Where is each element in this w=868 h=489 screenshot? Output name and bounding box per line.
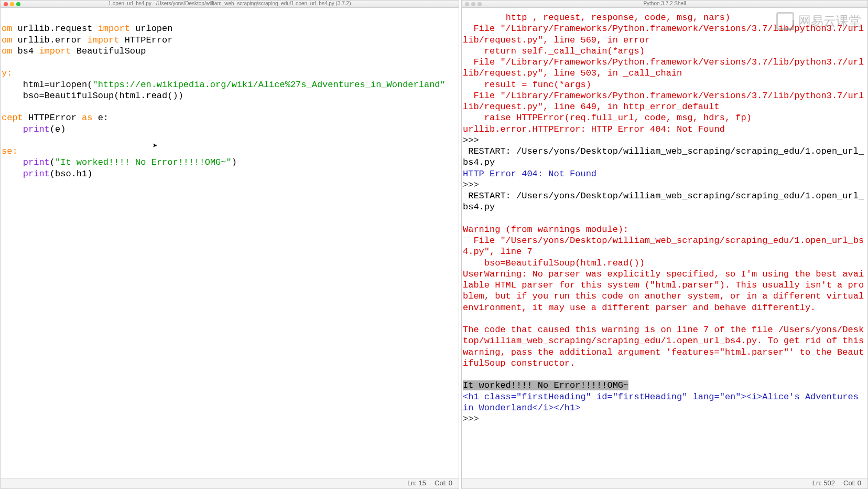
code-text: om (2, 24, 18, 34)
shell-titlebar[interactable]: Python 3.7.2 Shell (462, 1, 867, 8)
minimize-icon[interactable] (10, 2, 14, 6)
minimize-icon[interactable] (471, 2, 475, 6)
close-icon[interactable] (465, 2, 469, 6)
shell-content[interactable]: http , request, response, code, msg, nar… (462, 8, 867, 478)
traceback-line: return self._call_chain(*args) (463, 46, 645, 56)
restart-line: RESTART: /Users/yons/Desktop/william_web… (463, 146, 864, 167)
editor-titlebar[interactable]: 1.open_url_bs4.py - /Users/yons/Desktop/… (1, 1, 459, 8)
maximize-icon[interactable] (16, 2, 20, 6)
traceback-line: File "/Library/Frameworks/Python.framewo… (463, 57, 864, 78)
output-highlight: It worked!!!! No Error!!!!!OMG~ (463, 380, 628, 390)
maximize-icon[interactable] (478, 2, 482, 6)
shell-line-status: Ln: 502 (812, 479, 835, 487)
traffic-lights[interactable] (4, 2, 20, 6)
shell-prompt: >>> (463, 180, 484, 190)
warning-line: Warning (from warnings module): (463, 225, 628, 235)
output-line: <h1 class="firstHeading" id="firstHeadin… (463, 392, 864, 413)
editor-window: 1.open_url_bs4.py - /Users/yons/Desktop/… (0, 0, 459, 489)
warning-line: bso=BeautifulSoup(html.read()) (463, 258, 645, 268)
traceback-line: File "/Library/Frameworks/Python.framewo… (463, 91, 864, 112)
traceback-line: raise HTTPError(req.full_url, code, msg,… (463, 113, 752, 123)
traceback-line: File "/Library/Frameworks/Python.framewo… (463, 24, 864, 45)
shell-statusbar: Ln: 502 Col: 0 (462, 478, 867, 488)
editor-title: 1.open_url_bs4.py - /Users/yons/Desktop/… (108, 1, 351, 7)
editor-col-status: Col: 0 (435, 479, 452, 487)
shell-col-status: Col: 0 (843, 479, 861, 487)
traceback-line: result = func(*args) (463, 80, 591, 90)
shell-prompt: >>> (463, 135, 484, 145)
warning-line: The code that caused this warning is on … (463, 325, 867, 368)
editor-content[interactable]: om urllib.request import urlopen om urll… (1, 8, 459, 478)
traceback-line: urllib.error.HTTPError: HTTP Error 404: … (463, 124, 725, 134)
close-icon[interactable] (4, 2, 8, 6)
shell-title: Python 3.7.2 Shell (643, 1, 686, 7)
editor-line-status: Ln: 15 (407, 479, 426, 487)
editor-statusbar: Ln: 15 Col: 0 (1, 478, 459, 488)
output-line: HTTP Error 404: Not Found (463, 169, 596, 179)
traceback-line: http , request, response, code, msg, nar… (463, 13, 730, 23)
traffic-lights[interactable] (465, 2, 482, 6)
warning-line: File "/Users/yons/Desktop/william_web_sc… (463, 236, 864, 257)
restart-line: RESTART: /Users/yons/Desktop/william_web… (463, 191, 864, 212)
shell-prompt[interactable]: >>> (463, 414, 484, 424)
warning-line: UserWarning: No parser was explicitly sp… (463, 269, 867, 313)
shell-window: Python 3.7.2 Shell http , request, respo… (461, 0, 868, 489)
